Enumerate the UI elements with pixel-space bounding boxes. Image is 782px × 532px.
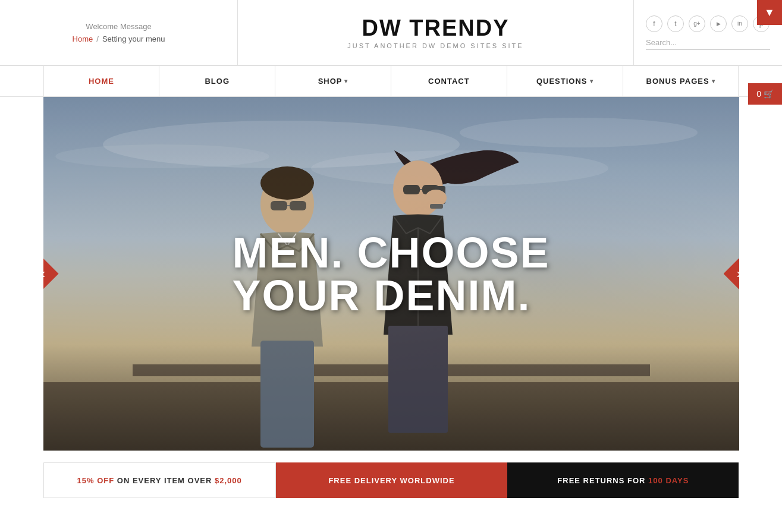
hero-line-1: MEN. CHOOSE xyxy=(232,229,549,276)
nav-item-bonus-pages[interactable]: BONUS PAGES ▾ xyxy=(623,66,739,96)
banner-discount-highlight: 15% OFF xyxy=(77,476,115,485)
svg-point-3 xyxy=(460,118,698,147)
facebook-icon[interactable]: f xyxy=(646,15,662,32)
top-center-section: DW TRENDY JUST ANOTHER DW DEMO SITES SIT… xyxy=(238,0,633,65)
bottom-banners: 15% OFF ON EVERY ITEM OVER $2,000 FREE D… xyxy=(43,462,739,498)
breadcrumb-current: Setting your menu xyxy=(102,34,165,43)
nav-item-blog[interactable]: BLOG xyxy=(159,66,275,96)
svg-rect-9 xyxy=(271,201,287,210)
top-bar: Welcome Message Home / Setting your menu… xyxy=(0,0,782,65)
hero-headline: MEN. CHOOSE YOUR DENIM. xyxy=(232,231,549,317)
hero-line-2: YOUR DENIM. xyxy=(232,272,530,319)
banner-discount-text: ON EVERY ITEM OVER xyxy=(114,476,215,485)
banner-discount-amount: $2,000 xyxy=(215,476,242,485)
cart-count: 0 xyxy=(756,89,761,99)
banner-returns-text: FREE RETURNS FOR xyxy=(557,476,648,485)
nav-item-questions[interactable]: QUESTIONS ▾ xyxy=(507,66,623,96)
svg-rect-21 xyxy=(388,326,448,433)
nav-item-shop[interactable]: SHOP ▾ xyxy=(275,66,391,96)
youtube-icon[interactable]: ▶ xyxy=(710,15,727,32)
svg-rect-14 xyxy=(403,185,420,194)
shop-dropdown-arrow: ▾ xyxy=(344,78,348,84)
site-title: DW TRENDY xyxy=(362,15,509,41)
banner-delivery: FREE DELIVERY WORLDWIDE xyxy=(276,462,507,498)
social-icons-group: f t g+ ▶ in p xyxy=(646,15,770,32)
chevron-down-icon: ▼ xyxy=(764,7,775,19)
main-nav: HOME BLOG SHOP ▾ CONTACT QUESTIONS ▾ BON… xyxy=(0,65,782,97)
twitter-icon[interactable]: t xyxy=(667,15,684,32)
nav-label-shop: SHOP xyxy=(318,77,343,86)
nav-label-home: HOME xyxy=(89,77,114,86)
hero-slider-wrapper: MEN. CHOOSE YOUR DENIM. ‹ › xyxy=(0,97,782,451)
banner-returns-highlight: 100 DAYS xyxy=(648,476,689,485)
nav-label-bonus-pages: BONUS PAGES xyxy=(646,77,709,86)
nav-label-contact: CONTACT xyxy=(428,77,470,86)
welcome-message: Welcome Message xyxy=(86,22,151,31)
bonus-pages-dropdown-arrow: ▾ xyxy=(712,78,715,84)
svg-rect-12 xyxy=(260,341,314,448)
nav-label-blog: BLOG xyxy=(205,77,230,86)
svg-point-18 xyxy=(425,190,447,206)
banner-returns: FREE RETURNS FOR 100 DAYS xyxy=(507,462,739,498)
scroll-top-button[interactable]: ▼ xyxy=(757,0,782,25)
nav-label-questions: QUESTIONS xyxy=(536,77,588,86)
breadcrumb-home[interactable]: Home xyxy=(73,34,93,43)
banner-discount: 15% OFF ON EVERY ITEM OVER $2,000 xyxy=(43,462,276,498)
google-plus-icon[interactable]: g+ xyxy=(689,15,705,32)
nav-inner: HOME BLOG SHOP ▾ CONTACT QUESTIONS ▾ BON… xyxy=(43,66,739,96)
prev-arrow-icon: ‹ xyxy=(43,266,46,282)
cart-button[interactable]: 0 🛒 xyxy=(748,83,782,105)
hero-slider: MEN. CHOOSE YOUR DENIM. ‹ › xyxy=(43,97,739,451)
hero-text: MEN. CHOOSE YOUR DENIM. xyxy=(232,231,549,317)
svg-point-8 xyxy=(260,166,314,200)
next-arrow-icon: › xyxy=(737,266,739,282)
cart-icon: 🛒 xyxy=(764,89,774,99)
banner-delivery-text: FREE DELIVERY WORLDWIDE xyxy=(328,476,454,485)
search-input[interactable] xyxy=(646,38,770,47)
svg-point-4 xyxy=(55,144,269,168)
nav-item-contact[interactable]: CONTACT xyxy=(391,66,507,96)
breadcrumb: Home / Setting your menu xyxy=(73,34,165,43)
site-subtitle: JUST ANOTHER DW DEMO SITES SITE xyxy=(347,42,523,49)
search-box[interactable] xyxy=(646,38,770,50)
svg-rect-10 xyxy=(290,201,306,210)
nav-item-home[interactable]: HOME xyxy=(43,66,160,96)
breadcrumb-separator: / xyxy=(96,34,99,43)
top-left-section: Welcome Message Home / Setting your menu xyxy=(0,0,238,65)
svg-rect-19 xyxy=(430,204,443,209)
questions-dropdown-arrow: ▾ xyxy=(590,78,593,84)
linkedin-icon[interactable]: in xyxy=(731,15,748,32)
